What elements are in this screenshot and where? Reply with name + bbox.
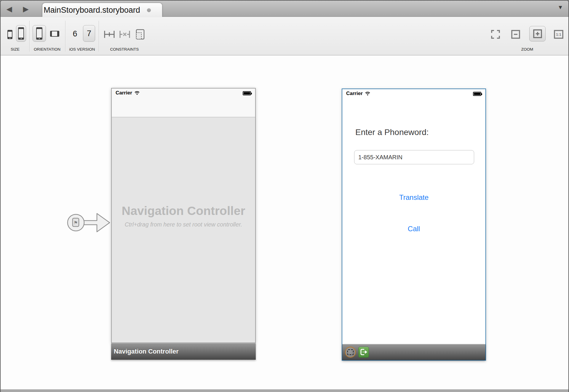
zoom-fit-button[interactable]: [490, 29, 501, 40]
zoom-actual-size-button[interactable]: 1:1: [552, 29, 565, 40]
nav-controller-drag-hint: Ctrl+drag from here to set root view con…: [112, 221, 255, 228]
tab-mainstoryboard[interactable]: MainStoryboard.storyboard: [42, 3, 162, 17]
ios-version-label: iOS VERSION: [65, 46, 100, 52]
svg-text:1:1: 1:1: [556, 33, 561, 37]
tab-title: MainStoryboard.storyboard: [42, 3, 141, 17]
history-back-icon[interactable]: ◀: [4, 4, 14, 14]
phone-small-icon: [7, 30, 12, 39]
tab-bar: ◀ ▶ MainStoryboard.storyboard ▼: [1, 1, 568, 17]
view-controller-dock-icon[interactable]: [345, 347, 356, 358]
navigation-controller-view[interactable]: Carrier Navigation Controller Ctrl+drag …: [111, 88, 256, 343]
phoneword-view-controller-scene[interactable]: Carrier Enter a Phoneword: Translate Cal…: [342, 89, 486, 361]
add-constraint-icon: [104, 30, 115, 38]
size-label: SIZE: [1, 46, 30, 52]
ios7-value: 7: [87, 29, 91, 38]
orientation-landscape-button[interactable]: [49, 28, 60, 40]
toolbar-divider: [99, 21, 99, 52]
wifi-icon: [365, 91, 370, 96]
window-bottom-edge: [1, 389, 568, 392]
initial-view-controller-arrow[interactable]: ⚑: [66, 209, 111, 237]
constraints-label: CONSTRAINTS: [101, 46, 148, 52]
tab-list-dropdown-icon[interactable]: ▼: [557, 4, 564, 11]
battery-icon: [243, 91, 251, 95]
zoom-out-icon: [511, 30, 520, 39]
add-constraint-button[interactable]: [103, 30, 116, 39]
update-frames-icon: [136, 29, 145, 40]
phone-portrait-icon: [36, 27, 42, 40]
size-4-inch-button[interactable]: [16, 25, 26, 42]
zoom-in-icon: [533, 29, 543, 39]
battery-icon: [473, 92, 481, 96]
navigation-controller-scene[interactable]: Carrier Navigation Controller Ctrl+drag …: [111, 88, 256, 360]
orientation-portrait-button[interactable]: [33, 25, 46, 42]
phoneword-prompt-label[interactable]: Enter a Phoneword:: [355, 128, 429, 137]
ios-version-7-button[interactable]: 7: [83, 25, 95, 42]
size-3-5-inch-button[interactable]: [5, 28, 14, 41]
scene-dock-title: Navigation Controller: [114, 348, 179, 355]
phone-landscape-icon: [50, 31, 59, 37]
storyboard-canvas[interactable]: ⚑ Carrier Navigation Control: [1, 56, 568, 390]
exit-segue-icon[interactable]: [358, 347, 369, 358]
carrier-text: Carrier: [346, 91, 363, 97]
scene-dock-bar[interactable]: Navigation Controller: [111, 343, 256, 360]
ios6-value: 6: [73, 29, 77, 38]
zoom-fit-icon: [491, 30, 500, 39]
phoneword-text-field[interactable]: [354, 150, 474, 164]
remove-constraints-icon: [119, 30, 130, 38]
zoom-out-button[interactable]: [510, 29, 522, 40]
zoom-in-button[interactable]: [529, 26, 546, 41]
update-frames-button[interactable]: [135, 28, 146, 40]
designer-window: ◀ ▶ MainStoryboard.storyboard ▼ SIZE ORI…: [0, 0, 569, 392]
translate-button[interactable]: Translate: [342, 193, 485, 202]
tab-status-dot[interactable]: [147, 8, 151, 12]
designer-toolbar: SIZE ORIENTATION 6 7 iOS VERSION: [1, 17, 568, 55]
svg-text:⚑: ⚑: [73, 220, 78, 226]
history-forward-icon[interactable]: ▶: [21, 4, 31, 14]
call-button[interactable]: Call: [342, 225, 485, 233]
carrier-text: Carrier: [116, 90, 132, 96]
scene-dock-bar[interactable]: [342, 344, 485, 360]
zoom-label: ZOOM: [504, 46, 550, 52]
ios-version-6-button[interactable]: 6: [70, 26, 80, 41]
wifi-icon: [134, 91, 140, 95]
phone-tall-icon: [18, 27, 24, 40]
orientation-label: ORIENTATION: [30, 46, 65, 52]
status-bar: Carrier: [342, 89, 485, 101]
status-bar: Carrier: [112, 89, 255, 117]
remove-constraints-button[interactable]: [119, 30, 131, 39]
zoom-one-to-one-icon: 1:1: [554, 30, 564, 39]
nav-controller-placeholder-title: Navigation Controller: [112, 204, 255, 218]
